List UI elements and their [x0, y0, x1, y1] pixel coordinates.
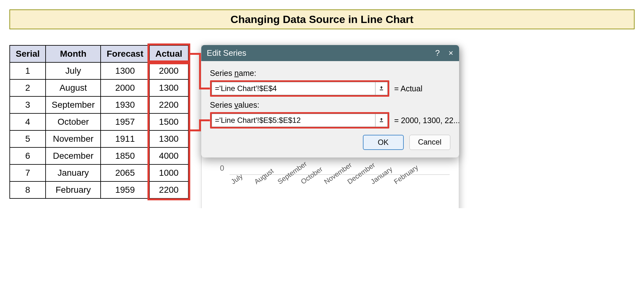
- axis-label: July: [230, 170, 247, 186]
- col-forecast: Forecast: [101, 45, 149, 62]
- cell-serial[interactable]: 5: [10, 130, 46, 147]
- col-month: Month: [46, 45, 101, 62]
- table-row: 6December18504000: [10, 147, 188, 164]
- cell-actual[interactable]: 1300: [149, 79, 188, 96]
- series-name-preview: = Actual: [394, 84, 423, 93]
- table-row: 5November19111300: [10, 130, 188, 147]
- collapse-dialog-button[interactable]: [375, 114, 388, 127]
- cell-actual[interactable]: 1300: [149, 130, 188, 147]
- cell-forecast[interactable]: 1930: [101, 96, 149, 113]
- axis-label: October: [299, 170, 316, 186]
- table-row: 2August20001300: [10, 79, 188, 96]
- cell-actual[interactable]: 4000: [149, 147, 188, 164]
- dialog-title: Edit Series: [207, 48, 247, 58]
- cell-forecast[interactable]: 1300: [101, 62, 149, 79]
- data-table-wrap: Serial Month Forecast Actual 1July130020…: [9, 45, 189, 199]
- table-row: 3September19302200: [10, 96, 188, 113]
- table-header-row: Serial Month Forecast Actual: [10, 45, 188, 62]
- cell-actual[interactable]: 1000: [149, 164, 188, 181]
- axis-label: August: [253, 170, 270, 186]
- dialog-titlebar[interactable]: Edit Series ? ×: [201, 45, 459, 61]
- cell-month[interactable]: September: [46, 96, 101, 113]
- cell-month[interactable]: January: [46, 164, 101, 181]
- data-table: Serial Month Forecast Actual 1July130020…: [9, 45, 189, 199]
- cell-serial[interactable]: 4: [10, 113, 46, 130]
- table-row: 7January20651000: [10, 164, 188, 181]
- col-actual: Actual: [149, 45, 188, 62]
- series-name-input[interactable]: [212, 82, 375, 95]
- dialog-body: Series name: = Actual Series values: [201, 61, 459, 157]
- cell-forecast[interactable]: 1957: [101, 113, 149, 130]
- cell-month[interactable]: July: [46, 62, 101, 79]
- dialog-actions: OK Cancel: [210, 135, 450, 150]
- col-serial: Serial: [10, 45, 46, 62]
- cell-month[interactable]: February: [46, 181, 101, 198]
- cell-month[interactable]: October: [46, 113, 101, 130]
- series-values-label: Series values:: [210, 100, 450, 110]
- range-picker-icon: [379, 117, 384, 123]
- series-values-input[interactable]: [212, 114, 375, 127]
- series-values-input-wrap: [210, 112, 389, 129]
- series-values-row: = 2000, 1300, 22...: [210, 112, 450, 129]
- cell-forecast[interactable]: 1911: [101, 130, 149, 147]
- axis-label: September: [276, 170, 293, 186]
- cell-actual[interactable]: 2200: [149, 181, 188, 198]
- help-button[interactable]: ?: [435, 48, 440, 58]
- axis-label: February: [392, 170, 409, 186]
- cell-month[interactable]: December: [46, 147, 101, 164]
- page-title: Changing Data Source in Line Chart: [9, 9, 635, 29]
- series-name-input-wrap: [210, 80, 389, 97]
- chart-x-axis: 0 JulyAugustSeptemberOctoberNovemberDece…: [201, 157, 459, 197]
- axis-label: January: [369, 170, 386, 186]
- close-button[interactable]: ×: [448, 48, 453, 58]
- series-values-preview: = 2000, 1300, 22...: [394, 116, 459, 125]
- cell-forecast[interactable]: 1959: [101, 181, 149, 198]
- cell-serial[interactable]: 8: [10, 181, 46, 198]
- cell-forecast[interactable]: 2065: [101, 164, 149, 181]
- axis-label: December: [346, 170, 363, 186]
- cell-serial[interactable]: 7: [10, 164, 46, 181]
- axis-label: November: [323, 170, 340, 186]
- cell-serial[interactable]: 6: [10, 147, 46, 164]
- cell-actual[interactable]: 2000: [149, 62, 188, 79]
- range-picker-icon: [379, 86, 384, 91]
- ok-button[interactable]: OK: [363, 135, 404, 150]
- cell-forecast[interactable]: 2000: [101, 79, 149, 96]
- table-row: 1July13002000: [10, 62, 188, 79]
- axis-category-labels: JulyAugustSeptemberOctoberNovemberDecemb…: [230, 179, 450, 187]
- cancel-button[interactable]: Cancel: [409, 135, 450, 150]
- cell-forecast[interactable]: 1850: [101, 147, 149, 164]
- cell-actual[interactable]: 1500: [149, 113, 188, 130]
- series-name-row: = Actual: [210, 80, 450, 97]
- table-row: 4October19571500: [10, 113, 188, 130]
- series-name-label: Series name:: [210, 69, 450, 78]
- cell-month[interactable]: August: [46, 79, 101, 96]
- chart-and-dialog: Edit Series ? × Series name:: [201, 45, 459, 197]
- cell-serial[interactable]: 3: [10, 96, 46, 113]
- cell-serial[interactable]: 2: [10, 79, 46, 96]
- collapse-dialog-button[interactable]: [375, 82, 388, 95]
- edit-series-dialog: Edit Series ? × Series name:: [201, 45, 459, 157]
- cell-month[interactable]: November: [46, 130, 101, 147]
- cell-actual[interactable]: 2200: [149, 96, 188, 113]
- main-layout: Serial Month Forecast Actual 1July130020…: [9, 45, 635, 199]
- cell-serial[interactable]: 1: [10, 62, 46, 79]
- table-row: 8February19592200: [10, 181, 188, 198]
